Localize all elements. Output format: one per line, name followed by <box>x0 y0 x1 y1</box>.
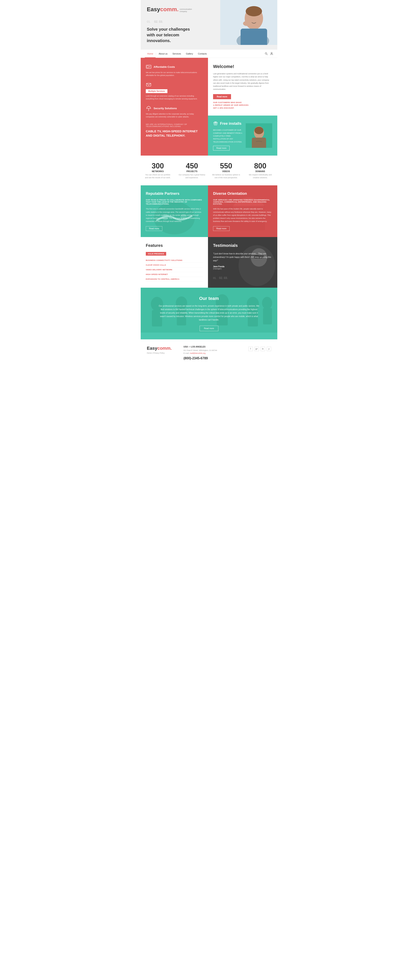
intl-label: WE ARE AN INTERNATIONAL COMPANY OF TELEC… <box>146 123 203 127</box>
stat-networks-number: 300 <box>144 162 172 170</box>
nav-home[interactable]: Home <box>145 49 155 58</box>
stat-videos-desc: We believe our business sphere is one of… <box>212 173 240 179</box>
footer-social: f g+ in y <box>249 346 271 351</box>
feature-item-3: HIGH SPEED INTERNET <box>146 272 203 277</box>
hero-title: Solve your challenges with our telecom i… <box>147 26 192 43</box>
footer-links[interactable]: Home | Privacy Policy <box>147 352 177 354</box>
feature-item-4: EXPANSION TO CENTRAL AMERICA <box>146 277 203 282</box>
feature-affordable-title: Affordable Costs <box>154 65 175 68</box>
footer-phone: (800)-2345-6789 <box>184 356 242 360</box>
content-grid: Affordable Costs We set low prices for o… <box>141 58 277 156</box>
orientation-read-more-button[interactable]: Read more <box>213 226 230 231</box>
search-icon[interactable] <box>264 52 268 55</box>
features-left: Features SOLID PRESENCE BUSINESS CONNECT… <box>141 237 208 288</box>
user-icon[interactable] <box>270 52 273 55</box>
hero-section: Easy comm. communication company 01. 02.… <box>141 0 277 49</box>
footer-city: USA — LOS ANGELES <box>184 346 242 348</box>
stat-videos: 550 VIDEOS We believe our business spher… <box>209 162 243 179</box>
partners-left: Reputable Partners OUR TEAM IS PROUD TO … <box>141 185 208 237</box>
free-installs-title: Free installs <box>213 121 243 127</box>
free-installs-button[interactable]: Read more <box>213 146 230 151</box>
umbrella-icon <box>146 105 152 111</box>
team-title: Our team <box>147 296 271 301</box>
testimonial-step: 01. 02. 03. <box>213 274 272 280</box>
partners-subtitle: OUR TEAM IS PROUD TO COLLABORATE WITH CO… <box>146 199 203 205</box>
partners-title: Reputable Partners <box>146 191 203 196</box>
feature-multiple-text: Look through an extensive catalog of our… <box>146 95 203 100</box>
orientation-content: Diverse Orientation OUR SERVICES ARE ORI… <box>213 191 272 231</box>
welcome-text: Last generation systems and multinationa… <box>213 72 272 91</box>
nav-about[interactable]: About us <box>156 49 170 58</box>
team-read-more-button[interactable]: Read more <box>200 326 218 331</box>
multiple-badge: Multiple Services <box>146 89 168 93</box>
testimonial-role: (manager) <box>213 268 272 270</box>
testimonials-title: Testimonials <box>213 243 272 248</box>
svg-point-22 <box>255 127 263 134</box>
feature-security-header: Security Solutions <box>146 105 203 111</box>
nav-icons <box>264 52 273 55</box>
stat-videos-label: VIDEOS <box>212 170 240 172</box>
logo-easy: Easy <box>147 6 160 13</box>
stat-domains-number: 800 <box>246 162 274 170</box>
stat-networks-label: NETWORKS <box>144 170 172 172</box>
stat-projects: 450 PROJECTS Our company has a great his… <box>175 162 209 179</box>
stats-section: 300 NETWORKS You can check out our portf… <box>141 156 277 185</box>
affordable-icon <box>146 64 152 70</box>
facebook-icon[interactable]: f <box>249 347 253 351</box>
features-badge: SOLID PRESENCE <box>146 252 166 256</box>
stat-networks-desc: You can check out our portfolio and see … <box>144 173 172 179</box>
orientation-right: Diverse Orientation OUR SERVICES ARE ORI… <box>208 185 277 237</box>
features-title: Features <box>146 243 203 248</box>
welcome-section: Welcome! Last generation systems and mul… <box>208 58 277 116</box>
logo-subtitle: communication company <box>180 8 192 13</box>
stat-networks: 300 NETWORKS You can check out our portf… <box>141 162 175 179</box>
nav-services[interactable]: Services <box>170 49 184 58</box>
feature-affordable-header: Affordable Costs <box>146 64 203 70</box>
partners-section: Reputable Partners OUR TEAM IS PROUD TO … <box>141 185 277 237</box>
free-installs-section: Free installs BECOME A CUSTOMER OF OUR C… <box>208 116 277 156</box>
hero-image <box>220 0 277 45</box>
svg-rect-3 <box>241 29 267 45</box>
stat-projects-desc: Our company has a great history and expe… <box>178 173 206 179</box>
footer-logo-section: Easy comm. Home | Privacy Policy <box>147 346 177 354</box>
stat-projects-label: PROJECTS <box>178 170 206 172</box>
feature-item-0: BUSINESS CONNECTIVITY SOLUTIONS <box>146 258 203 263</box>
welcome-read-more-button[interactable]: Read more <box>213 94 231 99</box>
nav-contacts[interactable]: Contacts <box>196 49 209 58</box>
stat-videos-number: 550 <box>212 162 240 170</box>
partners-text: The first one is uniltered connection ba… <box>146 207 203 223</box>
features-panel: Affordable Costs We set low prices for o… <box>141 58 208 156</box>
welcome-cta: OUR CUSTOMERS WHO MAKE A REPEAT ORDER OF… <box>213 101 272 110</box>
right-panel: Welcome! Last generation systems and mul… <box>208 58 277 156</box>
testimonial-author: Jane Fonda <box>213 266 272 268</box>
svg-rect-10 <box>146 65 151 68</box>
testimonial-text: "I just don't know how to describe your … <box>213 252 272 262</box>
hero-left: Easy comm. communication company 01. 02.… <box>141 0 220 49</box>
twitter-icon[interactable]: y <box>267 347 271 351</box>
stat-domains: 800 DOMAINS We respect individuality and… <box>243 162 277 179</box>
svg-point-9 <box>271 52 272 54</box>
testimonials-right: Testimonials "I just don't know how to d… <box>208 237 277 288</box>
svg-rect-11 <box>147 66 149 68</box>
feature-security-title: Security Solutions <box>154 107 177 110</box>
intl-services: CABLE TV, HIGH-SPEED INTERNET AND DIGITA… <box>146 129 203 138</box>
nav-links: Home | About us Services Gallery Contact… <box>145 49 264 58</box>
partners-read-more-button[interactable]: Read more <box>146 226 162 231</box>
google-plus-icon[interactable]: g+ <box>255 347 259 351</box>
logo-comm: comm. <box>160 6 179 13</box>
team-text: Our professional services are based on t… <box>158 304 260 321</box>
gift-icon <box>213 121 218 127</box>
svg-point-5 <box>246 6 262 16</box>
feature-item-1: CLEAR VOICE CALLS <box>146 263 203 267</box>
features-testimonials-section: Features SOLID PRESENCE BUSINESS CONNECT… <box>141 237 277 288</box>
feature-affordable-text: We set low prices for our services to ma… <box>146 71 203 77</box>
footer-logo: Easy comm. <box>147 346 177 351</box>
multiple-icon <box>146 82 152 88</box>
linkedin-icon[interactable]: in <box>261 347 265 351</box>
feature-affordable: Affordable Costs We set low prices for o… <box>146 64 203 77</box>
footer-content: Easy comm. Home | Privacy Policy USA — L… <box>147 346 271 360</box>
stat-projects-number: 450 <box>178 162 206 170</box>
nav-gallery[interactable]: Gallery <box>184 49 196 58</box>
hero-step: 01. 02. 03. <box>147 17 214 24</box>
navigation: Home | About us Services Gallery Contact… <box>141 49 277 58</box>
